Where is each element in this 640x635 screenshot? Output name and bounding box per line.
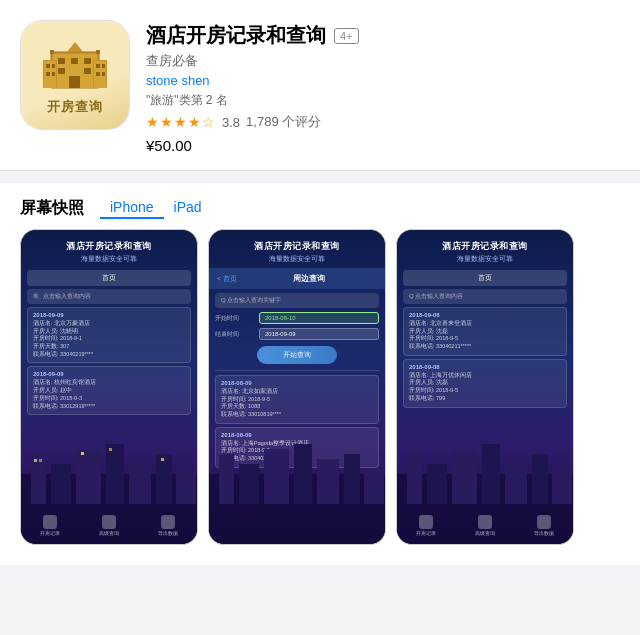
sc1-bottom-nav: 开房记录 高级查询 导出数据 [21, 515, 197, 536]
svg-rect-41 [317, 459, 339, 504]
sc2-back: < 首页 [217, 274, 237, 284]
screenshot-1: 酒店开房记录和查询 海量数据安全可靠 首页 🔍 点击输入查询内容 2018-09… [20, 229, 198, 545]
screenshots-title: 屏幕快照 [20, 198, 84, 219]
svg-rect-34 [109, 448, 112, 451]
svg-rect-5 [58, 68, 65, 74]
svg-rect-51 [552, 469, 572, 504]
svg-rect-25 [51, 464, 71, 504]
app-developer[interactable]: stone shen [146, 73, 620, 88]
screenshot-2: 酒店开房记录和查询 海量数据安全可靠 < 首页 周边查询 Q 点击输入查询关键字… [208, 229, 386, 545]
sc3-title: 酒店开房记录和查询 [405, 240, 565, 253]
sc3-card2-date: 2018-09-08 [409, 364, 561, 370]
device-tabs: iPhone iPad [100, 197, 212, 219]
screenshots-header: 屏幕快照 iPhone iPad [0, 197, 640, 229]
sc3-card1-date: 2018-09-08 [409, 312, 561, 318]
svg-rect-39 [264, 449, 289, 504]
sc3-bottom-nav: 开房记录 高级查询 导出数据 [397, 515, 573, 536]
sc2-start-value: 2018-08-10 [259, 312, 379, 324]
svg-rect-30 [176, 469, 196, 504]
svg-rect-6 [84, 68, 91, 74]
sc2-card1-date: 2018-08-09 [221, 380, 373, 386]
sc3-card2: 2018-09-08 酒店名: 上海万优休闲店 开房人员: 沈磊 开房时间: 2… [403, 359, 567, 408]
sc3-search-text: Q 点击输入查询内容 [409, 292, 463, 301]
sc2-end-value: 2018-09-09 [259, 328, 379, 340]
sc3-card1-line1: 酒店名: 北京喜来登酒店 [409, 320, 561, 328]
app-title: 酒店开房记录和查询 [146, 22, 326, 49]
sc1-nav-label-2: 高级查询 [99, 530, 119, 536]
svg-rect-7 [69, 76, 80, 88]
sc3-tab: 首页 [403, 270, 567, 286]
sc1-card1-line3: 开房时间: 2018-9-1 [33, 335, 185, 343]
city-skyline-2 [209, 434, 385, 544]
sc3-nav-icon-3 [537, 515, 551, 529]
sc1-card1-line5: 联系电话: 33040219**** [33, 351, 185, 359]
sc1-card1-line4: 开房天数: 307 [33, 343, 185, 351]
sc3-header: 酒店开房记录和查询 海量数据安全可靠 [397, 230, 573, 268]
sc1-tab: 首页 [27, 270, 191, 286]
sc2-search-text: Q 点击输入查询关键字 [221, 296, 281, 305]
sc1-nav-2: 高级查询 [99, 515, 119, 536]
svg-rect-46 [427, 464, 447, 504]
sc1-title: 酒店开房记录和查询 [29, 240, 189, 253]
sc3-nav-icon-1 [419, 515, 433, 529]
screenshots-scroll: 酒店开房记录和查询 海量数据安全可靠 首页 🔍 点击输入查询内容 2018-09… [0, 229, 640, 565]
sc2-end-date-row: 结束时间 2018-09-09 [215, 328, 379, 340]
svg-rect-28 [129, 459, 151, 504]
sc3-card1: 2018-09-08 酒店名: 北京喜来登酒店 开房人员: 沈磊 开房时间: 2… [403, 307, 567, 356]
sc2-divider [215, 370, 379, 371]
svg-rect-21 [96, 50, 100, 54]
sc2-card1-line1: 酒店名: 北京如家酒店 [221, 388, 373, 396]
svg-rect-45 [407, 454, 422, 504]
app-icon: 开房查询 [20, 20, 130, 130]
sc2-card1-line4: 联系电话: 33010819**** [221, 411, 373, 419]
sc2-query-header: < 首页 周边查询 [209, 268, 385, 289]
svg-rect-10 [46, 64, 50, 68]
svg-rect-43 [364, 469, 384, 504]
svg-rect-35 [161, 458, 164, 461]
sc3-card2-line2: 开房人员: 沈磊 [409, 379, 561, 387]
sc1-card1-line1: 酒店名: 北京万豪酒店 [33, 320, 185, 328]
rating-number: 3.8 [222, 115, 240, 130]
sc3-card2-line3: 开房时间: 2018-9-5 [409, 387, 561, 395]
rating-row: ★★★★☆ 3.8 1,789 个评分 [146, 113, 620, 131]
sc2-header: 酒店开房记录和查询 海量数据安全可靠 [209, 230, 385, 268]
app-category: "旅游"类第 2 名 [146, 92, 620, 109]
svg-rect-40 [294, 444, 312, 504]
sc1-card1-date: 2018-09-09 [33, 312, 185, 318]
svg-rect-4 [84, 58, 91, 64]
sc1-nav-icon-1 [43, 515, 57, 529]
sc3-card1-line3: 开房时间: 2018-9-5 [409, 335, 561, 343]
sc1-nav-icon-3 [161, 515, 175, 529]
sc3-nav-1: 开房记录 [416, 515, 436, 536]
svg-marker-22 [67, 42, 83, 52]
svg-rect-50 [532, 454, 548, 504]
sc3-card1-line4: 联系电话: 33040211***** [409, 343, 561, 351]
sc1-card2-line2: 开房人员: 赵中 [33, 387, 185, 395]
svg-rect-37 [219, 454, 234, 504]
sc2-subtitle: 海量数据安全可靠 [217, 254, 377, 264]
sc2-start-date-row: 开始时间 2018-08-10 [215, 312, 379, 324]
rating-count: 1,789 个评分 [246, 113, 321, 131]
svg-rect-26 [76, 449, 101, 504]
svg-rect-12 [46, 72, 50, 76]
app-price[interactable]: ¥50.00 [146, 137, 620, 154]
sc2-search: Q 点击输入查询关键字 [215, 293, 379, 308]
sc3-card2-line4: 联系电话: 799 [409, 395, 561, 403]
sc2-query-btn: 开始查询 [257, 346, 337, 364]
svg-rect-32 [39, 459, 42, 462]
svg-rect-17 [102, 64, 105, 68]
svg-rect-38 [239, 464, 259, 504]
sc1-nav-3: 导出数据 [158, 515, 178, 536]
hotel-building-icon [39, 34, 111, 94]
sc1-header: 酒店开房记录和查询 海量数据安全可靠 [21, 230, 197, 268]
sc1-card2-line4: 联系电话: 33012919***** [33, 403, 185, 411]
tab-iphone[interactable]: iPhone [100, 197, 164, 219]
svg-rect-33 [81, 452, 84, 455]
sc1-subtitle: 海量数据安全可靠 [29, 254, 189, 264]
sc1-search-text: 点击输入查询内容 [43, 292, 91, 301]
tab-ipad[interactable]: iPad [164, 197, 212, 219]
svg-rect-2 [58, 58, 65, 64]
sc3-nav-label-2: 高级查询 [475, 530, 495, 536]
sc1-card2-line1: 酒店名: 杭州红宾馆酒店 [33, 379, 185, 387]
app-header: 开房查询 酒店开房记录和查询 4+ 查房必备 stone shen "旅游"类第… [0, 0, 640, 171]
